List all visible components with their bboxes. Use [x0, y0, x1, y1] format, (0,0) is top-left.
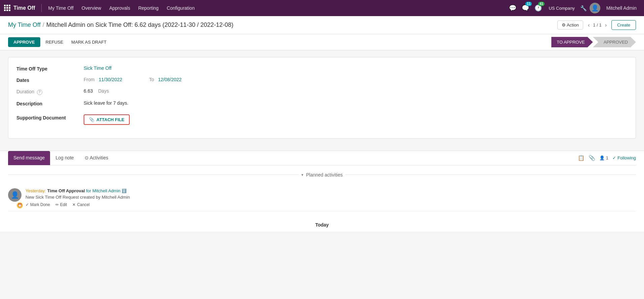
activities-section: ▾ Planned activities 👤 ⏰ Yesterday: Time… [0, 165, 644, 218]
description-value: Sick leave for 7 days. [84, 100, 128, 106]
activity-type-label: Time Off Approval [47, 188, 85, 193]
status-actions: APPROVE REFUSE MARK AS DRAFT [8, 37, 109, 47]
person-icon: 👤 [599, 155, 605, 160]
apps-grid-icon[interactable] [4, 5, 11, 11]
activity-action-buttons: ✓ Mark Done ✏ Edit ✕ Cancel [26, 202, 636, 207]
following-button[interactable]: ✓ Following [612, 155, 636, 160]
description-row: Description Sick leave for 7 days. [16, 100, 628, 106]
activities-tab[interactable]: ⊙ Activities [79, 151, 114, 165]
date-from-value: 11/30/2022 [99, 77, 122, 82]
today-label: Today [315, 222, 329, 228]
cancel-action[interactable]: ✕ Cancel [72, 202, 89, 207]
main-content: Time Off Type Sick Time Off Dates From 1… [0, 50, 644, 151]
check-icon: ✓ [612, 155, 616, 160]
activity-title: Yesterday: Time Off Approval for Mitchel… [26, 188, 636, 193]
planned-activities-header: ▾ Planned activities [8, 172, 636, 178]
edit-action[interactable]: ✏ Edit [55, 202, 67, 207]
create-button[interactable]: Create [611, 20, 636, 30]
activity-avatar-wrap: 👤 ⏰ [8, 188, 22, 207]
breadcrumb: My Time Off / Mitchell Admin on Sick Tim… [8, 21, 233, 29]
activity-description: New Sick Time Off Request created by Mit… [26, 195, 636, 200]
page-indicator: 1 / 1 [593, 22, 601, 28]
activity-type-badge: ⏰ [17, 202, 23, 208]
header-actions: ⚙ Action ‹ 1 / 1 › Create [557, 20, 636, 30]
breadcrumb-parent[interactable]: My Time Off [8, 21, 41, 29]
time-off-type-value[interactable]: Sick Time Off [84, 65, 112, 71]
messages-badge: 11 [525, 2, 532, 6]
nav-separator [41, 4, 42, 12]
duration-label: Duration ? [16, 88, 84, 95]
breadcrumb-current: Mitchell Admin on Sick Time Off: 6.62 da… [46, 21, 233, 29]
date-to-group: To 12/08/2022 [149, 77, 182, 82]
duration-help-icon[interactable]: ? [37, 90, 42, 95]
send-message-tab[interactable]: Send message [8, 151, 50, 165]
action-button[interactable]: ⚙ Action [557, 20, 583, 30]
today-section: Today [0, 218, 644, 232]
activity-content: Yesterday: Time Off Approval for Mitchel… [26, 188, 636, 207]
mark-as-draft-button[interactable]: MARK AS DRAFT [69, 37, 109, 47]
supporting-doc-row: Supporting Document 📎 ATTACH FILE [16, 114, 628, 125]
breadcrumb-bar: My Time Off / Mitchell Admin on Sick Tim… [0, 16, 644, 34]
time-off-type-label: Time Off Type [16, 65, 84, 71]
nav-reporting[interactable]: Reporting [135, 3, 162, 13]
breadcrumb-separator: / [43, 21, 44, 29]
description-label: Description [16, 100, 84, 106]
mark-done-action[interactable]: ✓ Mark Done [26, 202, 50, 207]
duration-row: Duration ? 6.63 Days [16, 88, 628, 95]
log-note-tab[interactable]: Log note [50, 151, 79, 165]
chevron-down-icon[interactable]: ▾ [301, 172, 303, 177]
activity-avatar: 👤 [8, 188, 22, 202]
app-title[interactable]: Time Off [13, 5, 35, 11]
activity-info-icon[interactable]: ℹ️ [122, 189, 127, 193]
dates-label: Dates [16, 77, 84, 83]
user-avatar[interactable]: 👤 [590, 3, 600, 13]
user-name[interactable]: Mitchell Admin [603, 3, 640, 13]
pagination: ‹ 1 / 1 › [586, 21, 609, 29]
pipeline-step-approved[interactable]: APPROVED [593, 37, 636, 47]
dates-values: From 11/30/2022 To 12/08/2022 [84, 77, 182, 82]
activities-icon[interactable]: 🕐41 [533, 3, 543, 13]
planned-line-right [345, 175, 636, 175]
duration-number: 6.63 [84, 88, 93, 94]
nav-configuration[interactable]: Configuration [163, 3, 198, 13]
prev-page-button[interactable]: ‹ [586, 21, 592, 29]
duration-values: 6.63 Days [84, 88, 109, 94]
refuse-button[interactable]: REFUSE [43, 37, 66, 47]
clock-icon: ⊙ [85, 155, 90, 160]
navbar-right: 💬 🗨️11 🕐41 US Company 🔧 👤 Mitchell Admin [508, 3, 640, 13]
approve-button[interactable]: APPROVE [8, 37, 40, 47]
follower-count: 👤 1 [599, 155, 608, 160]
date-from-group: From 11/30/2022 [84, 77, 122, 82]
settings-icon[interactable]: 🔧 [580, 5, 587, 11]
nav-overview[interactable]: Overview [78, 3, 104, 13]
edit-icon: ✏ [55, 202, 59, 207]
chatter-tab-bar: Send message Log note ⊙ Activities 📋 📎 👤… [8, 151, 636, 165]
attach-file-button[interactable]: 📎 ATTACH FILE [84, 114, 130, 125]
time-off-type-row: Time Off Type Sick Time Off [16, 65, 628, 71]
activity-for-label: for Mitchell Admin [86, 188, 121, 193]
nav-my-time-off[interactable]: My Time Off [45, 3, 77, 13]
messages-icon[interactable]: 🗨️11 [520, 3, 530, 13]
next-page-button[interactable]: › [603, 21, 609, 29]
chatter-section: Send message Log note ⊙ Activities 📋 📎 👤… [0, 151, 644, 165]
support-icon[interactable]: 💬 [508, 3, 518, 13]
supporting-doc-label: Supporting Document [16, 114, 84, 120]
activity-date: Yesterday: [26, 188, 46, 193]
nav-approvals[interactable]: Approvals [106, 3, 133, 13]
paperclip-icon: 📎 [89, 117, 94, 122]
planned-line-left [8, 175, 299, 175]
paperclip-chatter-icon[interactable]: 📎 [589, 155, 595, 161]
attachment-list-icon[interactable]: 📋 [578, 155, 585, 161]
pipeline-step-to-approve[interactable]: TO APPROVE [551, 37, 593, 47]
dates-row: Dates From 11/30/2022 To 12/08/2022 [16, 77, 628, 83]
pipeline: TO APPROVE APPROVED [551, 37, 636, 47]
chatter-right-actions: 📋 📎 👤 1 ✓ Following [578, 155, 636, 161]
check-mark-icon: ✓ [26, 202, 29, 207]
status-bar: APPROVE REFUSE MARK AS DRAFT TO APPROVE … [0, 34, 644, 50]
company-name[interactable]: US Company [546, 4, 577, 12]
duration-unit: Days [98, 88, 109, 94]
x-icon: ✕ [72, 202, 76, 207]
planned-activities-label: Planned activities [306, 172, 343, 178]
app-brand[interactable]: Time Off [4, 5, 35, 11]
date-from-label: From [84, 77, 95, 82]
